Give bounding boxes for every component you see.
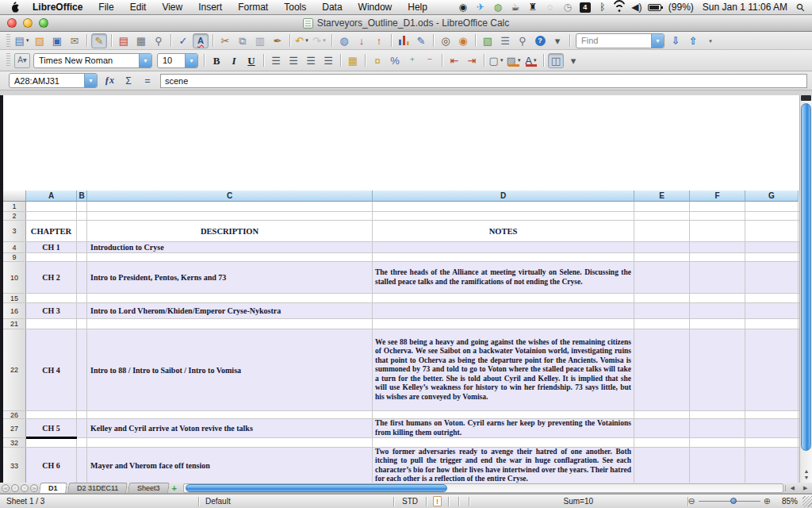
help-icon[interactable]: ? — [532, 33, 548, 48]
cell-C9[interactable] — [87, 253, 373, 261]
cell-G15[interactable] — [745, 294, 799, 302]
print-icon[interactable]: ▦ — [133, 33, 149, 48]
window-resize-grip[interactable] — [802, 496, 812, 507]
cell-A21[interactable] — [26, 319, 77, 329]
gallery-icon[interactable]: ▧ — [480, 33, 496, 48]
row-header-15[interactable]: 15 — [3, 294, 26, 302]
row-header-22[interactable]: 22 — [3, 329, 26, 410]
horizontal-scrollbar[interactable] — [183, 483, 783, 493]
sheet-tab-d2-31dec11[interactable]: D2 31DEC11 — [67, 483, 128, 493]
row-header-1[interactable]: 1 — [3, 202, 26, 211]
cell-G33[interactable] — [745, 448, 799, 483]
cell-D16[interactable] — [373, 303, 634, 318]
name-box[interactable]: A28:AMJ31 ▼ — [9, 73, 98, 88]
cell-F1[interactable] — [690, 202, 745, 211]
column-header-b[interactable]: B — [77, 190, 87, 202]
row-header-2[interactable]: 2 — [3, 212, 26, 220]
cell-E22[interactable] — [634, 329, 690, 410]
cell-B21[interactable] — [77, 319, 87, 329]
find-toolbar-input[interactable]: Find ▼ — [576, 33, 665, 48]
cell-D27[interactable]: The first humans on Voton. Cyril earns h… — [373, 419, 634, 437]
menu-tools[interactable]: Tools — [276, 0, 314, 15]
cell-D33[interactable]: Two former adversaries ready to avenge t… — [373, 448, 634, 483]
cell-G32[interactable] — [745, 438, 799, 447]
cell-B33[interactable] — [77, 448, 87, 483]
increase-indent-icon[interactable]: ⇥ — [464, 53, 480, 68]
formula-input-line[interactable]: scene — [160, 74, 807, 88]
cell-F4[interactable] — [690, 242, 745, 252]
add-decimal-icon[interactable]: ⁺ — [404, 53, 420, 68]
menu-edit[interactable]: Edit — [122, 0, 155, 15]
cell-G2[interactable] — [745, 212, 799, 220]
font-size-dropdown[interactable]: ▼ — [185, 54, 197, 67]
zoom-percent-status[interactable]: 85% — [776, 497, 802, 506]
cell-E27[interactable] — [634, 419, 690, 437]
function-wizard-icon[interactable]: ƒx — [101, 74, 118, 88]
sort-descending-icon[interactable]: ↑ — [371, 33, 387, 48]
email-icon[interactable]: ✉ — [67, 33, 82, 48]
cell-A33[interactable]: CH 6 — [26, 448, 77, 483]
cell-A9[interactable] — [26, 253, 77, 261]
align-justified-icon[interactable]: ☰ — [320, 53, 336, 68]
cell-E32[interactable] — [634, 438, 690, 447]
apple-menu-icon[interactable] — [10, 2, 20, 13]
format-overflow-icon[interactable]: ▾ — [565, 53, 581, 68]
cell-G16[interactable] — [745, 303, 799, 318]
add-sheet-button[interactable]: + — [171, 483, 176, 493]
cell-E15[interactable] — [634, 294, 690, 302]
minimize-window-button[interactable] — [23, 18, 33, 28]
open-document-icon[interactable]: ▨ — [32, 33, 48, 48]
underline-button[interactable]: U — [243, 53, 259, 68]
cell-F2[interactable] — [690, 212, 745, 220]
parallels-icon[interactable]: 4 — [580, 2, 591, 13]
cell-G21[interactable] — [745, 319, 799, 329]
cell-G1[interactable] — [745, 202, 799, 211]
cell-D15[interactable] — [373, 294, 634, 302]
cell-D4[interactable] — [373, 242, 634, 252]
cell-F15[interactable] — [690, 294, 745, 302]
cell-F32[interactable] — [690, 438, 745, 447]
cell-C32[interactable] — [87, 438, 373, 447]
cell-A22[interactable]: CH 4 — [26, 329, 77, 410]
cell-B27[interactable] — [77, 419, 87, 437]
undo-icon[interactable]: ↶▼ — [294, 33, 310, 48]
cell-C26[interactable] — [87, 411, 373, 418]
cell-A3[interactable]: CHAPTER — [26, 221, 77, 241]
menu-data[interactable]: Data — [314, 0, 350, 15]
cell-A2[interactable] — [26, 212, 77, 220]
column-header-f[interactable]: F — [690, 190, 745, 202]
cell-G9[interactable] — [745, 253, 799, 261]
cell-A26[interactable] — [26, 411, 77, 418]
cell-G26[interactable] — [745, 411, 799, 418]
horizontal-scrollbar-thumb[interactable] — [186, 484, 447, 492]
vertical-scrollbar-thumb[interactable] — [801, 103, 811, 451]
cell-B15[interactable] — [77, 294, 87, 302]
menu-clock[interactable]: Sun Jan 1 11:06 AM — [701, 2, 789, 13]
cell-B2[interactable] — [77, 212, 87, 220]
merge-cells-icon[interactable]: ▦ — [345, 53, 361, 68]
row-header-10[interactable]: 10 — [3, 262, 26, 293]
cell-G22[interactable] — [745, 329, 799, 410]
freeze-panes-icon[interactable]: ◫ — [548, 53, 564, 68]
find-overflow-icon[interactable]: ▾ — [703, 33, 718, 48]
cell-F27[interactable] — [690, 419, 745, 437]
export-pdf-icon[interactable]: ▤ — [116, 33, 132, 48]
cell-F3[interactable] — [690, 221, 745, 241]
cell-D32[interactable] — [373, 438, 634, 447]
cell-G4[interactable] — [745, 242, 799, 252]
autospellcheck-icon[interactable]: A — [193, 33, 209, 48]
cell-C16[interactable]: Intro to Lord Vherom/Khiden/Emperor Crys… — [87, 303, 373, 318]
cell-C10[interactable]: Intro to President, Pentos, Kerns and 73 — [87, 262, 373, 293]
cell-G3[interactable] — [745, 221, 799, 241]
cell-E1[interactable] — [634, 202, 690, 211]
row-header-3[interactable]: 3 — [3, 221, 26, 241]
cell-E9[interactable] — [634, 253, 690, 261]
align-center-icon[interactable]: ☰ — [285, 53, 301, 68]
sheet-nav-button-1[interactable]: < — [11, 484, 19, 492]
cell-F22[interactable] — [690, 329, 745, 410]
cell-B3[interactable] — [77, 221, 87, 241]
align-right-icon[interactable]: ☰ — [303, 53, 319, 68]
page-style-status[interactable]: Default — [199, 497, 393, 506]
align-left-icon[interactable]: ☰ — [268, 53, 284, 68]
sum-status[interactable]: Sum=10 — [469, 497, 688, 506]
